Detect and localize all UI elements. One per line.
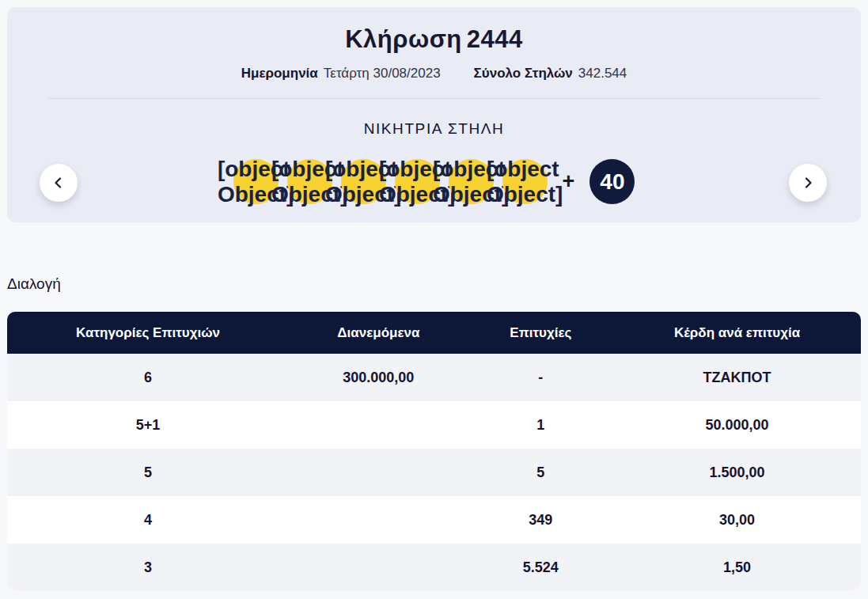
winning-column-title: ΝΙΚΗΤΡΙΑ ΣΤΗΛΗ — [7, 119, 861, 138]
cell-prize: 1.500,00 — [613, 464, 861, 481]
date-label: Ημερομηνία — [241, 66, 318, 81]
cell-category: 3 — [7, 559, 289, 576]
next-draw-button[interactable] — [789, 164, 827, 202]
draw-total-columns: Σύνολο Στηλών342.544 — [474, 65, 627, 82]
cell-prize: 50.000,00 — [613, 417, 861, 434]
draw-date: ΗμερομηνίαΤετάρτη 30/08/2023 — [241, 65, 441, 82]
cell-prize: 1,50 — [613, 559, 861, 576]
main-numbers: [object Object] [object Object] [object … — [233, 159, 548, 204]
cell-distributed: 300.000,00 — [289, 370, 468, 386]
table-row: 4 349 30,00 — [7, 496, 861, 544]
draw-title: Κλήρωση2444 — [7, 7, 861, 55]
cell-prize: 30,00 — [613, 512, 861, 529]
cell-wins: 1 — [468, 417, 613, 434]
winning-number-ball: [object Object] — [502, 159, 548, 204]
column-header-wins: Επιτυχίες — [468, 325, 613, 341]
draw-title-label: Κλήρωση — [345, 25, 462, 53]
cell-wins: 349 — [468, 512, 613, 529]
table-row: 6 300.000,00 - ΤΖΑΚΠΟΤ — [7, 354, 861, 401]
previous-draw-button[interactable] — [40, 164, 78, 202]
table-row: 5 5 1.500,00 — [7, 449, 861, 496]
chevron-left-icon — [51, 176, 66, 190]
cell-wins: 5.524 — [468, 559, 613, 576]
cell-category: 5+1 — [7, 417, 289, 434]
plus-sign: + — [563, 169, 575, 194]
date-value: Τετάρτη 30/08/2023 — [324, 66, 441, 81]
column-header-distributed: Διανεμόμενα — [289, 325, 468, 341]
draw-meta: ΗμερομηνίαΤετάρτη 30/08/2023 Σύνολο Στηλ… — [7, 65, 861, 82]
table-row: 5+1 1 50.000,00 — [7, 401, 861, 449]
header-divider — [48, 98, 820, 99]
table-header-row: Κατηγορίες Επιτυχιών Διανεμόμενα Επιτυχί… — [7, 312, 861, 354]
tally-heading: Διαλογή — [7, 275, 868, 294]
cell-wins: - — [468, 370, 613, 386]
cell-category: 4 — [7, 512, 289, 529]
cell-category: 6 — [7, 370, 289, 386]
winning-numbers-row: [object Object] [object Object] [object … — [7, 159, 861, 204]
cell-category: 5 — [7, 464, 289, 481]
columns-label: Σύνολο Στηλών — [474, 66, 573, 81]
columns-value: 342.544 — [578, 66, 627, 81]
column-header-prize: Κέρδη ανά επιτυχία — [613, 325, 861, 341]
cell-wins: 5 — [468, 464, 613, 481]
tally-table: Κατηγορίες Επιτυχιών Διανεμόμενα Επιτυχί… — [7, 312, 861, 591]
column-header-categories: Κατηγορίες Επιτυχιών — [7, 325, 289, 341]
cell-prize: ΤΖΑΚΠΟΤ — [613, 370, 861, 386]
draw-number: 2444 — [467, 25, 523, 53]
table-row: 3 5.524 1,50 — [7, 544, 861, 591]
table-body: 6 300.000,00 - ΤΖΑΚΠΟΤ 5+1 1 50.000,00 5… — [7, 354, 861, 591]
bonus-number-ball: 40 — [589, 159, 635, 204]
chevron-right-icon — [801, 176, 815, 190]
draw-summary-card: Κλήρωση2444 ΗμερομηνίαΤετάρτη 30/08/2023… — [7, 7, 861, 222]
